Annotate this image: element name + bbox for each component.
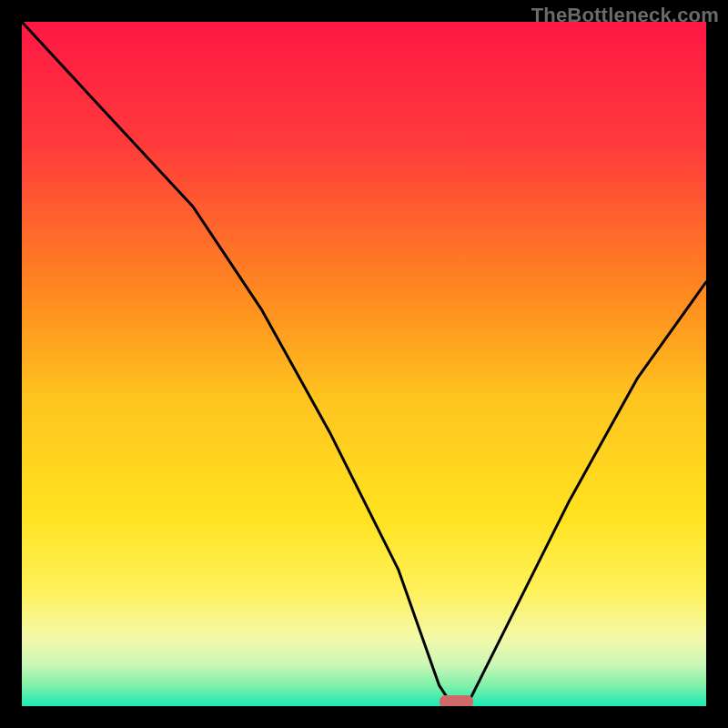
plot-svg: [22, 22, 706, 706]
optimum-marker: [440, 695, 474, 706]
chart-wrapper: TheBottleneck.com: [0, 0, 728, 728]
watermark-text: TheBottleneck.com: [531, 4, 719, 27]
gradient-background: [22, 22, 706, 706]
plot-area: [22, 22, 706, 706]
